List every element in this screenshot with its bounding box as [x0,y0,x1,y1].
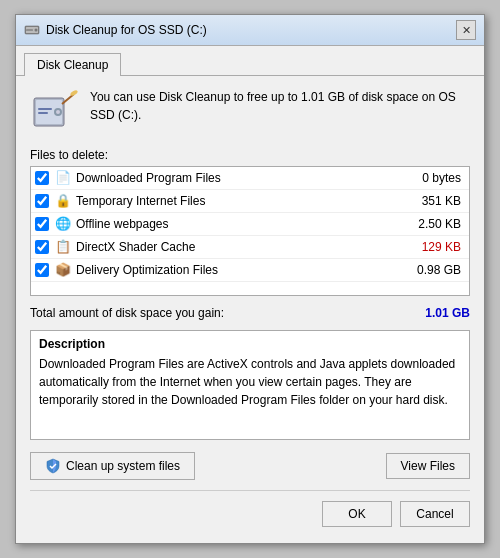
svg-point-2 [35,29,38,32]
file-checkbox-1[interactable] [35,194,49,208]
file-checkbox-4[interactable] [35,263,49,277]
description-title: Description [39,337,461,351]
files-label: Files to delete: [30,148,470,162]
file-size-4: 0.98 GB [405,263,465,277]
shield-icon [45,458,61,474]
content-area: You can use Disk Cleanup to free up to 1… [16,76,484,543]
file-name-2: Offline webpages [76,217,405,231]
file-row-1[interactable]: 🔒 Temporary Internet Files 351 KB [31,190,469,213]
ok-button[interactable]: OK [322,501,392,527]
file-name-0: Downloaded Program Files [76,171,405,185]
svg-rect-9 [38,112,48,114]
total-line: Total amount of disk space you gain: 1.0… [30,306,470,320]
window-title: Disk Cleanup for OS SSD (C:) [46,23,456,37]
svg-rect-3 [26,30,33,31]
bottom-buttons: OK Cancel [30,501,470,531]
file-icon-2: 🌐 [55,216,71,232]
file-checkbox-0[interactable] [35,171,49,185]
file-row-4[interactable]: 📦 Delivery Optimization Files 0.98 GB [31,259,469,282]
file-row-2[interactable]: 🌐 Offline webpages 2.50 KB [31,213,469,236]
file-size-3: 129 KB [405,240,465,254]
disk-cleanup-window: Disk Cleanup for OS SSD (C:) ✕ Disk Clea… [15,14,485,544]
header-disk-icon [30,88,78,136]
close-button[interactable]: ✕ [456,20,476,40]
file-checkbox-3[interactable] [35,240,49,254]
header-section: You can use Disk Cleanup to free up to 1… [30,88,470,136]
file-row-3[interactable]: 📋 DirectX Shader Cache 129 KB [31,236,469,259]
cancel-button[interactable]: Cancel [400,501,470,527]
file-icon-1: 🔒 [55,193,71,209]
action-bar: Clean up system files View Files [30,452,470,491]
tab-bar: Disk Cleanup [16,46,484,76]
total-value: 1.01 GB [425,306,470,320]
cleanup-system-files-button[interactable]: Clean up system files [30,452,195,480]
file-row-0[interactable]: 📄 Downloaded Program Files 0 bytes [31,167,469,190]
description-text: Downloaded Program Files are ActiveX con… [39,355,461,409]
view-files-button[interactable]: View Files [386,453,470,479]
total-label: Total amount of disk space you gain: [30,306,224,320]
file-name-3: DirectX Shader Cache [76,240,405,254]
file-size-0: 0 bytes [405,171,465,185]
files-list[interactable]: 📄 Downloaded Program Files 0 bytes 🔒 Tem… [30,166,470,296]
svg-rect-8 [38,108,52,110]
header-description: You can use Disk Cleanup to free up to 1… [90,88,470,124]
file-icon-0: 📄 [55,170,71,186]
description-box: Description Downloaded Program Files are… [30,330,470,440]
file-size-1: 351 KB [405,194,465,208]
file-checkbox-2[interactable] [35,217,49,231]
cleanup-label: Clean up system files [66,459,180,473]
file-icon-3: 📋 [55,239,71,255]
file-name-1: Temporary Internet Files [76,194,405,208]
file-name-4: Delivery Optimization Files [76,263,405,277]
titlebar-hdd-icon [24,22,40,38]
file-size-2: 2.50 KB [405,217,465,231]
title-bar: Disk Cleanup for OS SSD (C:) ✕ [16,15,484,46]
tab-disk-cleanup[interactable]: Disk Cleanup [24,53,121,76]
file-icon-4: 📦 [55,262,71,278]
svg-point-7 [56,110,60,114]
